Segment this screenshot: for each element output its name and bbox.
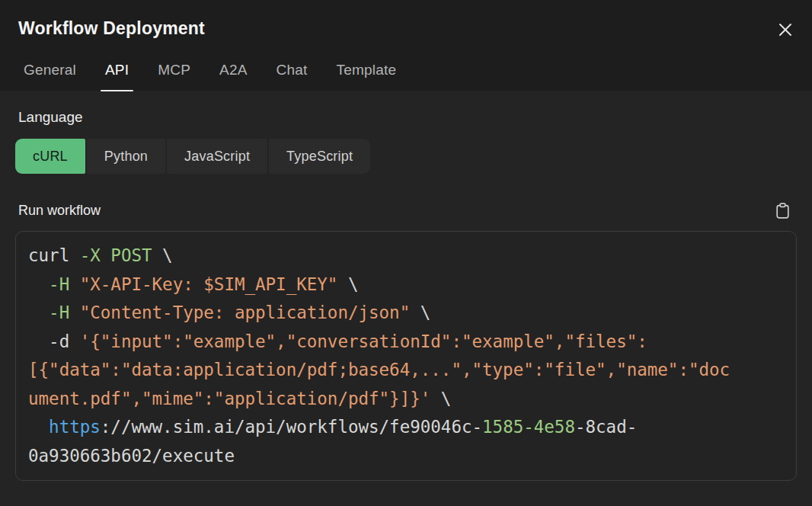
copy-button[interactable] — [772, 200, 792, 220]
tab-general[interactable]: General — [24, 62, 76, 91]
run-workflow-label: Run workflow — [18, 203, 101, 219]
code-header: Run workflow — [18, 200, 794, 220]
code-block: curl -X POST \ -H "X-API-Key: $SIM_API_K… — [15, 231, 797, 481]
code-line: curl -X POST \ — [28, 242, 784, 271]
language-label: Language — [18, 109, 794, 126]
code-line: [{"data":"data:application/pdf;base64,..… — [28, 356, 784, 385]
code-line: -H "Content-Type: application/json" \ — [28, 299, 784, 328]
code-line: https://www.sim.ai/api/workflows/fe90046… — [28, 413, 784, 442]
tab-bar: GeneralAPIMCPA2AChatTemplate — [18, 62, 794, 91]
language-selector: cURLPythonJavaScriptTypeScript — [15, 139, 797, 174]
language-option-python[interactable]: Python — [87, 139, 165, 174]
clipboard-icon — [775, 203, 790, 219]
language-option-javascript[interactable]: JavaScript — [167, 139, 267, 174]
workflow-deployment-dialog: Workflow Deployment GeneralAPIMCPA2AChat… — [0, 0, 812, 506]
code-line: -H "X-API-Key: $SIM_API_KEY" \ — [28, 271, 784, 299]
dialog-title: Workflow Deployment — [18, 17, 205, 39]
language-option-typescript[interactable]: TypeScript — [269, 139, 370, 174]
code-line: 0a930663b602/execute — [28, 442, 784, 471]
tab-chat[interactable]: Chat — [277, 62, 308, 91]
tab-mcp[interactable]: MCP — [158, 62, 190, 91]
language-option-curl[interactable]: cURL — [15, 139, 85, 174]
close-icon — [777, 21, 794, 38]
code-line: -d '{"input":"example","conversationId":… — [28, 328, 784, 357]
close-button[interactable] — [774, 18, 797, 41]
dialog-body: Language cURLPythonJavaScriptTypeScript … — [0, 91, 812, 506]
tab-template[interactable]: Template — [337, 62, 397, 91]
tab-api[interactable]: API — [105, 62, 129, 91]
dialog-header: Workflow Deployment GeneralAPIMCPA2AChat… — [0, 0, 812, 91]
code-line: ument.pdf","mime":"application/pdf"}]}' … — [28, 385, 784, 414]
tab-a2a[interactable]: A2A — [219, 62, 248, 91]
